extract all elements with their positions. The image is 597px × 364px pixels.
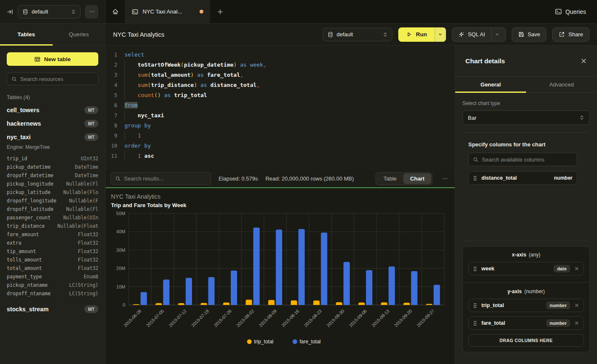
home-button[interactable]	[105, 0, 125, 23]
chevron-down-icon[interactable]	[495, 32, 500, 37]
drag-handle-icon[interactable]	[473, 321, 477, 326]
new-table-button[interactable]: New table	[7, 52, 98, 66]
database-selector-value: default	[32, 8, 48, 15]
tab-general[interactable]: General	[455, 77, 526, 92]
remove-column-icon[interactable]	[574, 303, 579, 308]
svg-text:2015-09-27: 2015-09-27	[416, 308, 435, 328]
code-line: 4 sum(trip_distance) as distance_total,	[105, 80, 455, 90]
close-icon[interactable]	[581, 58, 587, 64]
column-name: fare_total	[481, 320, 505, 326]
database-selector[interactable]: default	[18, 5, 81, 19]
svg-text:2015-08-30: 2015-08-30	[326, 308, 346, 328]
query-database-value: default	[337, 31, 353, 38]
column-row: total_amountFloat32	[7, 264, 98, 272]
svg-text:2015-07-19: 2015-07-19	[190, 308, 210, 328]
column-type-badge: date	[554, 265, 570, 272]
y-axis-qualifier: (number)	[524, 289, 545, 294]
column-row: tolls_amountFloat32	[7, 256, 98, 264]
toggle-table-view[interactable]: Table	[377, 173, 403, 184]
svg-text:2015-08-16: 2015-08-16	[281, 308, 300, 328]
view-toggle: Table Chart	[375, 172, 432, 185]
results-more-icon[interactable]	[440, 175, 450, 182]
chart-details-header: Chart details	[455, 46, 597, 77]
chart-type-select[interactable]: Bar	[462, 111, 590, 125]
tab-tables[interactable]: Tables	[0, 24, 53, 45]
columns-section-label: Specify columns for the chart	[462, 141, 590, 148]
column-row: passenger_countNullable(UIn	[7, 213, 98, 222]
chevrons-updown-icon	[383, 32, 388, 37]
table-item-stocks-stream[interactable]: stocks_stream MT	[7, 305, 98, 313]
table-name: hackernews	[7, 120, 41, 127]
tab-title: NYC Taxi Anal...	[143, 8, 182, 15]
run-options-caret[interactable]	[435, 27, 446, 42]
table-item-hackernews[interactable]: hackernews MT	[7, 120, 98, 127]
sql-editor[interactable]: 1select2 toStartOfWeek(pickup_datetime) …	[105, 46, 455, 170]
terminal-icon	[132, 8, 138, 15]
sidebar-tabs: Tables Queries	[0, 24, 105, 46]
sidebar-body: New table Tables (4) cell_towers MT hack…	[0, 46, 105, 320]
svg-text:2015-09-13: 2015-09-13	[370, 308, 390, 328]
home-icon	[112, 8, 119, 15]
drag-columns-dropzone[interactable]: DRAG COLUMNS HERE	[468, 334, 584, 347]
toggle-chart-view[interactable]: Chart	[403, 173, 431, 184]
new-tab-button[interactable]	[210, 0, 230, 23]
available-column-distance-total[interactable]: distance_total number	[468, 171, 577, 185]
svg-text:50M: 50M	[116, 211, 125, 216]
remove-column-icon[interactable]	[574, 321, 579, 326]
tab-queries[interactable]: Queries	[53, 24, 105, 45]
svg-text:2015-08-09: 2015-08-09	[258, 308, 278, 328]
queries-label: Queries	[565, 8, 586, 15]
save-icon	[518, 31, 524, 38]
column-type: number	[554, 175, 573, 181]
column-row: dropoff_latitudeNullable(Fl	[7, 205, 98, 213]
svg-text:trip_total: trip_total	[254, 339, 273, 345]
table-name: nyc_taxi	[7, 134, 31, 140]
sidebar-more-button[interactable]	[85, 5, 98, 19]
column-row: pickup_longitudeNullable(Fl	[7, 180, 98, 188]
sql-ai-button[interactable]: SQL AI	[452, 27, 506, 42]
share-button[interactable]: Share	[552, 27, 589, 42]
resource-search-input[interactable]	[20, 76, 94, 82]
column-row: payment_typeEnum8	[7, 272, 98, 281]
query-database-selector[interactable]: default	[323, 28, 392, 41]
collapse-sidebar-icon[interactable]	[7, 8, 14, 15]
column-row: tip_amountFloat32	[7, 247, 98, 256]
drag-handle-icon[interactable]	[473, 266, 477, 272]
columns-search[interactable]	[468, 153, 577, 166]
column-row: extraFloat32	[7, 239, 98, 247]
svg-text:20M: 20M	[116, 266, 125, 271]
run-button[interactable]: Run	[398, 27, 446, 42]
drag-handle-icon[interactable]	[473, 303, 477, 308]
code-line: 5 count() as trip_total	[105, 90, 455, 100]
column-row: trip_distanceNullable(Float	[7, 222, 98, 230]
code-line: 7 nyc_taxi	[105, 111, 455, 121]
svg-text:2015-08-23: 2015-08-23	[303, 308, 323, 328]
code-line: 1select	[105, 50, 455, 60]
y-axis-column-fare-total[interactable]: fare_total number	[468, 316, 584, 330]
share-icon	[559, 31, 565, 38]
queries-shortcut[interactable]: Queries	[555, 0, 597, 23]
svg-text:2015-09-20: 2015-09-20	[393, 308, 413, 328]
drag-handle-icon[interactable]	[473, 175, 477, 181]
x-axis-label: x-axis	[512, 252, 526, 258]
results-search[interactable]	[111, 172, 211, 185]
columns-search-input[interactable]	[482, 156, 573, 163]
code-line: 8group by	[105, 121, 455, 131]
chart-details-panel: Chart details General Advanced Select ch…	[455, 46, 597, 364]
tab-nyc-taxi-analytics[interactable]: NYC Taxi Anal...	[125, 0, 210, 23]
x-axis-column-week[interactable]: week date	[468, 262, 584, 275]
resource-search[interactable]	[7, 73, 98, 85]
search-icon	[473, 157, 478, 162]
results-toolbar: Elapsed: 0.579s Read: 20,000,000 rows (2…	[105, 170, 455, 187]
remove-column-icon[interactable]	[574, 266, 579, 271]
table-item-nyc-taxi[interactable]: nyc_taxi MT	[7, 133, 98, 141]
column-row: dropoff_datetimeDateTime	[7, 171, 98, 180]
table-item-cell-towers[interactable]: cell_towers MT	[7, 106, 98, 114]
save-button[interactable]: Save	[512, 27, 547, 42]
y-axis-column-trip-total[interactable]: trip_total number	[468, 299, 584, 312]
results-search-input[interactable]	[124, 175, 206, 182]
y-axis-header: y-axis(number)	[468, 289, 584, 294]
elapsed-stat: Elapsed: 0.579s	[219, 175, 258, 182]
tab-advanced[interactable]: Advanced	[526, 77, 597, 92]
divider	[463, 132, 589, 133]
